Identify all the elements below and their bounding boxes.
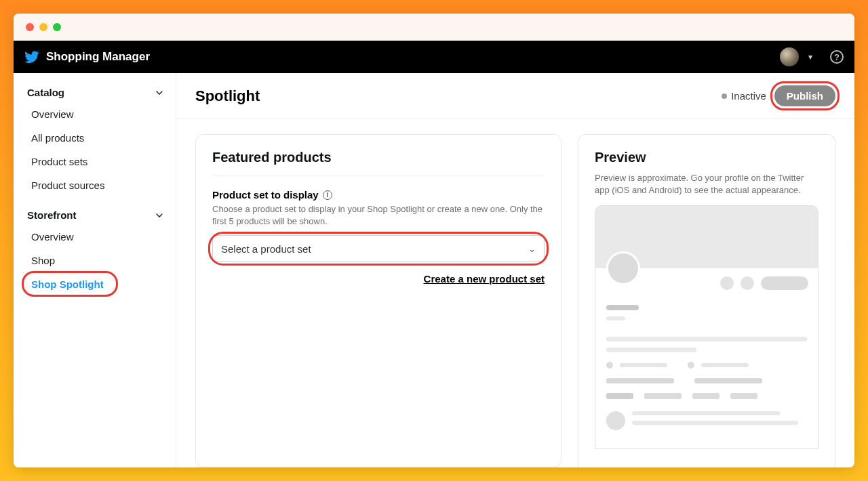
chevron-down-icon [154,87,165,98]
select-wrap: Select a product set ⌄ [212,235,545,262]
page-header: Spotlight Inactive Publish [176,73,854,119]
pane-title: Featured products [212,150,545,175]
mock-circle-icon [741,276,754,290]
mock-meta-row [595,352,818,369]
avatar[interactable] [780,47,799,66]
window-maximize-icon[interactable] [53,23,61,31]
sidebar-item-storefront-overview[interactable]: Overview [23,225,169,249]
topbar: Shopping Manager ▾ ? [14,41,854,73]
preview-title: Preview [595,150,818,165]
page-title: Spotlight [195,87,260,105]
mock-tabs-row [595,383,818,399]
preview-subtitle: Preview is approximate. Go your profile … [595,172,818,196]
status-dot-icon [722,93,727,99]
featured-products-pane: Featured products Product set to display… [195,134,561,467]
sidebar-item-product-sources[interactable]: Product sources [23,173,169,197]
titlebar [14,14,854,41]
sidebar-item-shop-spotlight-wrap: Shop Spotlight [23,272,169,296]
mock-circle-icon [720,276,734,290]
mock-avatar [606,251,640,285]
sidebar-section-label: Storefront [27,209,77,221]
status-label: Inactive [731,90,766,102]
publish-wrap: Publish [774,85,835,106]
status-badge: Inactive [722,90,766,102]
window-close-icon[interactable] [26,23,34,31]
mock-banner [595,206,818,268]
sidebar-section-catalog[interactable]: Catalog [23,83,169,102]
body: Catalog Overview All products Product se… [14,73,854,467]
twitter-icon [24,49,39,64]
field-label-row: Product set to display i [212,189,545,201]
sidebar-item-product-sets[interactable]: Product sets [23,150,169,173]
chevron-down-icon [154,210,165,221]
mock-pill [761,276,808,290]
product-set-select[interactable]: Select a product set ⌄ [212,235,545,262]
mock-meta-row [595,369,818,383]
sidebar-item-all-products[interactable]: All products [23,126,169,150]
content: Featured products Product set to display… [176,119,854,467]
product-set-field: Product set to display i Choose a produc… [212,189,545,285]
field-help: Choose a product set to display in your … [212,203,545,227]
sidebar-section-label: Catalog [27,87,64,98]
sidebar-section-storefront[interactable]: Storefront [23,205,169,225]
account-menu-chevron-icon[interactable]: ▾ [808,52,812,62]
chevron-down-icon: ⌄ [528,244,536,254]
sidebar-item-overview[interactable]: Overview [23,102,169,126]
mock-tweet-row [595,399,818,430]
sidebar-item-shop-spotlight[interactable]: Shop Spotlight [23,272,169,296]
preview-pane: Preview Preview is approximate. Go your … [578,134,835,467]
publish-button[interactable]: Publish [774,85,835,106]
help-icon[interactable]: ? [830,50,844,64]
preview-mock [595,205,818,449]
main: Spotlight Inactive Publish Featured prod… [176,73,854,467]
create-product-set-link[interactable]: Create a new product set [212,273,545,285]
info-icon[interactable]: i [323,190,332,200]
app-title: Shopping Manager [46,50,150,64]
select-placeholder: Select a product set [221,243,311,255]
sidebar: Catalog Overview All products Product se… [14,73,176,467]
mock-bio-lines [595,290,818,352]
sidebar-item-shop[interactable]: Shop [23,249,169,272]
window: Shopping Manager ▾ ? Catalog Overview Al… [14,14,854,467]
window-minimize-icon[interactable] [39,23,47,31]
field-label: Product set to display [212,189,319,201]
